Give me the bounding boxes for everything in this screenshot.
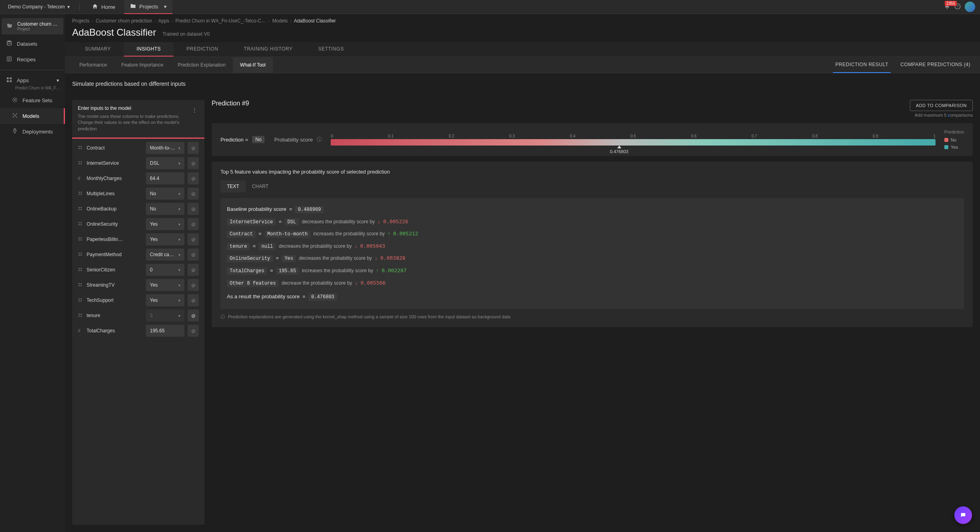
hash-icon: # xyxy=(78,328,83,334)
tab-settings[interactable]: SETTINGS xyxy=(305,42,357,57)
category-icon xyxy=(78,237,83,243)
reset-button[interactable]: ⊘ xyxy=(188,264,199,276)
category-icon xyxy=(78,313,83,319)
input-text[interactable] xyxy=(146,172,184,184)
category-icon xyxy=(78,282,83,288)
reset-button[interactable]: ⊘ xyxy=(188,294,199,306)
input-select[interactable]: Yes▾ xyxy=(146,218,184,230)
axis-tick: 0.1 xyxy=(388,134,394,138)
reset-button[interactable]: ⊘ xyxy=(188,172,199,184)
category-icon xyxy=(78,191,83,197)
input-select[interactable]: 0▾ xyxy=(146,264,184,276)
other-delta: 0.005566 xyxy=(361,280,386,286)
input-name: Contract xyxy=(87,145,105,151)
input-select[interactable]: Yes▾ xyxy=(146,233,184,245)
input-row: PaymentMethodCredit card …▾⊘ xyxy=(78,249,199,261)
chevron-right-icon: › xyxy=(290,19,291,23)
input-select[interactable]: No▾ xyxy=(146,203,184,215)
sidebar-datasets-label: Datasets xyxy=(17,41,37,47)
tab-prediction[interactable]: PREDICTION xyxy=(174,42,231,57)
inputs-menu-button[interactable]: ⋮ xyxy=(190,105,199,132)
probability-score-label: Probability score xyxy=(274,137,313,143)
svg-point-16 xyxy=(81,146,82,147)
input-value: Yes xyxy=(150,282,158,288)
breadcrumb-item[interactable]: Models xyxy=(272,18,288,24)
add-to-comparison-button[interactable]: ADD TO COMPARISON xyxy=(910,100,973,111)
tab-training-history[interactable]: TRAINING HISTORY xyxy=(231,42,305,57)
input-select[interactable]: Yes▾ xyxy=(146,294,184,306)
reset-button[interactable]: ⊘ xyxy=(188,279,199,291)
chevron-down-icon: ▾ xyxy=(67,4,70,10)
breadcrumb-item[interactable]: Customer churn prediction xyxy=(96,18,152,24)
sidebar-item-models[interactable]: Models xyxy=(0,108,65,124)
probability-marker: 0.476803 xyxy=(610,146,628,154)
chat-icon xyxy=(960,512,966,518)
reset-button[interactable]: ⊘ xyxy=(188,157,199,169)
nav-projects[interactable]: Projects ▾ xyxy=(124,0,172,14)
svg-point-31 xyxy=(79,222,80,223)
impact-row: TotalCharges = 195.65 increases the prob… xyxy=(227,265,958,277)
reset-button[interactable]: ⊘ xyxy=(188,249,199,261)
result-value: 0.476803 xyxy=(308,293,337,301)
project-title: Customer churn pred… xyxy=(17,21,59,27)
breadcrumb-item[interactable]: Apps xyxy=(158,18,169,24)
axis-tick: 0.9 xyxy=(873,134,878,138)
company-name: Demo Company - Telecom xyxy=(8,4,65,10)
sidebar-item-datasets[interactable]: Datasets xyxy=(0,36,65,52)
company-selector[interactable]: Demo Company - Telecom ▾ xyxy=(5,2,73,11)
input-name: tenure xyxy=(87,313,100,318)
reset-button[interactable]: ⊘ xyxy=(188,233,199,245)
tab-summary[interactable]: SUMMARY xyxy=(72,42,124,57)
user-avatar[interactable] xyxy=(965,2,975,12)
sidebar-project[interactable]: Customer churn pred… Project xyxy=(2,18,63,34)
prediction-title: Prediction #9 xyxy=(212,100,249,107)
axis-tick: 1 xyxy=(933,134,936,138)
subtab-prediction-explanation[interactable]: Prediction Explanation xyxy=(170,57,232,73)
chat-fab[interactable] xyxy=(954,506,972,524)
sidebar-item-recipes[interactable]: Recipes xyxy=(0,52,65,67)
nav-home[interactable]: Home xyxy=(86,0,121,14)
impact-delta: 0.003828 xyxy=(380,255,406,261)
reset-button[interactable]: ⊘ xyxy=(188,309,199,322)
input-name: MultipleLines xyxy=(87,191,115,196)
feature-value: Month-to-month xyxy=(265,231,311,238)
reset-button[interactable]: ⊘ xyxy=(188,218,199,230)
input-select[interactable]: Credit card …▾ xyxy=(146,249,184,261)
arrow-down-icon: ↓ xyxy=(355,280,358,286)
reset-button[interactable]: ⊘ xyxy=(188,203,199,215)
notifications-button[interactable]: 2355 xyxy=(944,3,950,11)
impact-tab-chart[interactable]: CHART xyxy=(246,180,275,192)
reset-button[interactable]: ⊘ xyxy=(188,188,199,200)
breadcrumb-item[interactable]: Projects xyxy=(72,18,89,24)
feature-value: Yes xyxy=(282,255,296,262)
compare-predictions-tab[interactable]: COMPARE PREDICTIONS (4) xyxy=(898,57,973,73)
breadcrumb-item[interactable]: Predict Churn in WA_Fn-UseC_-Telco-C… xyxy=(175,18,266,24)
arrow-up-icon: ↑ xyxy=(376,267,379,273)
input-value: Yes xyxy=(150,237,158,242)
feature-value: null xyxy=(259,243,276,250)
svg-point-45 xyxy=(79,270,80,271)
prediction-result-tab[interactable]: PREDICTION RESULT xyxy=(833,57,891,73)
info-icon[interactable]: ⓘ xyxy=(317,136,322,143)
subtab-performance[interactable]: Performance xyxy=(72,57,114,73)
svg-point-20 xyxy=(81,161,82,162)
database-icon xyxy=(6,40,13,48)
subtab-what-if-tool[interactable]: What-If Tool xyxy=(233,57,273,73)
input-text[interactable] xyxy=(146,325,184,337)
sidebar-item-feature-sets[interactable]: Feature Sets xyxy=(0,93,65,108)
svg-point-42 xyxy=(81,255,82,256)
divider xyxy=(0,70,65,70)
reset-button[interactable]: ⊘ xyxy=(188,142,199,154)
svg-point-34 xyxy=(81,224,82,225)
tab-insights[interactable]: INSIGHTS xyxy=(124,42,174,57)
impact-tab-text[interactable]: TEXT xyxy=(220,180,246,192)
input-select[interactable]: No▾ xyxy=(146,188,184,200)
input-select[interactable]: DSL▾ xyxy=(146,157,184,169)
sidebar-item-deployments[interactable]: Deployments xyxy=(0,124,65,140)
reset-button[interactable]: ⊘ xyxy=(188,325,199,337)
svg-point-27 xyxy=(79,207,80,208)
input-select[interactable]: Yes▾ xyxy=(146,279,184,291)
input-select[interactable]: Month-to-m…▾ xyxy=(146,142,184,154)
impact-body: Baseline probability score = 0.488969 In… xyxy=(220,198,964,309)
subtab-feature-importance[interactable]: Feature Importance xyxy=(114,57,171,73)
